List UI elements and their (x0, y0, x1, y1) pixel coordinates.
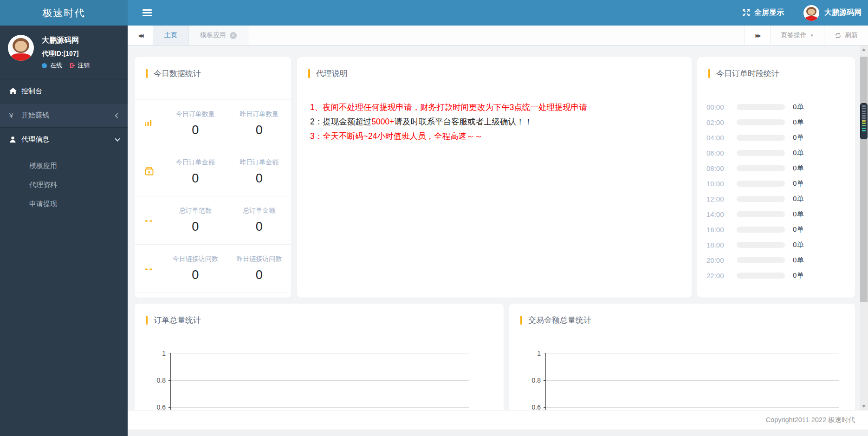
timeslot-progress-bar (737, 196, 785, 202)
card-title: 订单总量统计 (135, 304, 504, 325)
stat-value: 0 (163, 123, 227, 137)
navbar-username: 大鹏源码网 (824, 8, 862, 18)
today-stats-card: 今日数据统计 今日订单数量 0 昨日订单数量 0 (135, 57, 291, 298)
fullscreen-icon (742, 9, 750, 17)
logout-icon (69, 62, 76, 69)
navbar-user-menu[interactable]: 大鹏源码网 (803, 5, 862, 21)
sidebar-item-agent-info[interactable]: 代理信息 (0, 127, 128, 151)
bar-chart-icon (144, 118, 163, 130)
stat-row: 总订单笔数 0 总订单金额 0 (135, 196, 291, 244)
timeslot-time: 22:00 (706, 272, 731, 280)
timeslot-row: 18:00 0单 (697, 237, 855, 253)
title-accent-bar (146, 316, 148, 325)
tabs-scroll-left-button[interactable]: ◀◀ (128, 26, 153, 45)
online-status-icon (42, 63, 47, 68)
title-accent-bar (308, 69, 310, 78)
timeslot-count: 0单 (793, 179, 803, 188)
stat-row: 今日订单数量 0 昨日订单数量 0 (135, 99, 291, 148)
sidebar-item-label: 控制台 (21, 87, 42, 96)
today-order-timeslot-card: 今日订单时段统计 00:00 0单 02:00 0单 (697, 57, 855, 298)
fullscreen-label: 全屏显示 (754, 8, 784, 18)
stats-list: 今日订单数量 0 昨日订单数量 0 ¥ 今日订单金额 0 (135, 99, 291, 293)
sidebar-item-label: 开始赚钱 (21, 111, 49, 120)
order-total-chart-card: 订单总量统计 1 0.8 0.6 (135, 304, 504, 410)
stat-label: 昨日订单数量 (227, 110, 291, 118)
timeslot-time: 12:00 (706, 195, 731, 203)
sidebar-subitem[interactable]: 申请提现 (0, 194, 128, 213)
timeslot-count: 0单 (793, 241, 803, 249)
refresh-button[interactable]: 刷新 (824, 26, 868, 45)
order-chart-plot-area: 1 0.8 0.6 (170, 353, 469, 410)
sidebar-item-earn[interactable]: ¥ 开始赚钱 (0, 103, 128, 127)
stat-label: 今日订单金额 (163, 158, 227, 167)
footer: Copyright2011-2022 极速时代 (128, 410, 868, 429)
tab-home[interactable]: 主页 (153, 26, 189, 45)
sidebar-toggle-button[interactable] (143, 8, 152, 18)
sidebar-user-panel: 大鹏源码网 代理ID:[107] 在线 注销 (0, 26, 128, 78)
stat-row: ¥ 今日订单金额 0 昨日订单金额 0 (135, 148, 291, 196)
card-title: 今日订单时段统计 (697, 57, 855, 79)
bottom-strip (128, 429, 868, 436)
timeslot-time: 04:00 (706, 134, 731, 142)
timeslot-count: 0单 (793, 133, 803, 142)
timeslot-progress-bar (737, 257, 785, 263)
timeslot-count: 0单 (793, 225, 803, 234)
timeslot-list: 00:00 0单 02:00 0单 04:00 0单 (697, 99, 855, 283)
tab-operations-dropdown[interactable]: 页签操作 ▼ (770, 26, 824, 45)
timeslot-count: 0单 (793, 195, 803, 203)
card-title: 今日数据统计 (135, 57, 291, 79)
card-title: 代理说明 (297, 57, 692, 79)
sidebar-subitem[interactable]: 模板应用 (0, 156, 128, 175)
scrollbar-thumb[interactable] (860, 57, 868, 302)
timeslot-row: 14:00 0单 (697, 207, 855, 222)
tab-template-app[interactable]: 模板应用 (189, 26, 248, 45)
gridline (546, 407, 839, 408)
sidebar-item-dashboard[interactable]: 控制台 (0, 79, 128, 103)
gridline (546, 380, 839, 381)
gridline (171, 407, 469, 408)
tab-close-icon[interactable] (230, 32, 237, 39)
vertical-scrollbar[interactable] (860, 46, 868, 410)
timeslot-progress-bar (737, 273, 785, 279)
title-accent-bar (146, 69, 148, 78)
timeslot-progress-bar (737, 227, 785, 233)
scrollbar-down-button[interactable] (860, 402, 868, 410)
main-area: 全屏显示 大鹏源码网 ◀◀ 主页 模板应用 ▶▶ 页签操作 ▼ (128, 0, 868, 436)
logout-button[interactable]: 注销 (69, 61, 90, 70)
y-axis-tick: 0.8 (527, 377, 541, 384)
chevron-down-icon (115, 136, 120, 141)
agent-notice-card: 代理说明 1、夜间不处理任何提现申请，财务打款时间更改为下午3点统一处理提现申请… (297, 57, 692, 298)
sidebar-item-label: 代理信息 (21, 135, 49, 144)
online-status-label: 在线 (50, 61, 62, 70)
sidebar: 极速时代 大鹏源码网 代理ID:[107] 在线 注销 (0, 0, 128, 436)
tab-label: 模板应用 (200, 31, 226, 39)
timeslot-count: 0单 (793, 210, 803, 219)
tab-label: 主页 (164, 31, 177, 39)
timeslot-count: 0单 (793, 149, 803, 157)
notice-line: 3：全天不断码~24小时值班人员，全程高速～～ (310, 129, 692, 143)
scrollbar-up-button[interactable] (860, 46, 868, 53)
notice-line: 2：提现金额超过5000+请及时联系平台客服或者上级确认！！ (310, 115, 692, 129)
timeslot-time: 18:00 (706, 241, 731, 249)
timeslot-row: 22:00 0单 (697, 268, 855, 283)
fullscreen-button[interactable]: 全屏显示 (742, 8, 784, 18)
sidebar-menu: 控制台 ¥ 开始赚钱 代理信息 模板应用 代理资料 申请提现 (0, 79, 128, 216)
navbar-avatar (803, 5, 819, 21)
home-icon (9, 88, 21, 95)
timeslot-row: 02:00 0单 (697, 115, 855, 130)
user-avatar (8, 35, 34, 61)
timeslot-progress-bar (737, 181, 785, 187)
notice-line: 1、夜间不处理任何提现申请，财务打款时间更改为下午3点统一处理提现申请 (310, 100, 692, 115)
tabs-scroll-right-button[interactable]: ▶▶ (745, 26, 770, 45)
stat-value: 0 (163, 268, 227, 282)
stat-label: 总订单笔数 (163, 207, 227, 215)
notice-body: 1、夜间不处理任何提现申请，财务打款时间更改为下午3点统一处理提现申请2：提现金… (297, 100, 692, 143)
dashes-icon (144, 263, 163, 274)
copyright-text: Copyright2011-2022 极速时代 (766, 416, 855, 423)
yen-icon: ¥ (9, 111, 21, 119)
y-axis-tick: 0.6 (527, 403, 541, 410)
scroll-marker-widget[interactable] (860, 103, 868, 139)
tab-operations-label: 页签操作 (781, 31, 807, 39)
timeslot-progress-bar (737, 242, 785, 248)
sidebar-subitem[interactable]: 代理资料 (0, 175, 128, 194)
